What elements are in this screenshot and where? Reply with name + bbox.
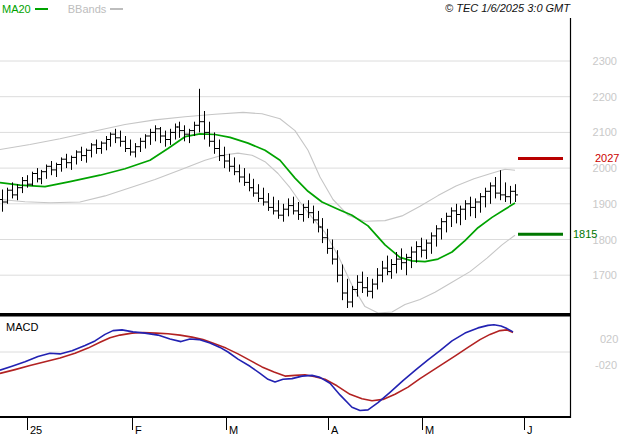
macd-axis-label: -020 — [595, 359, 617, 371]
indicator-legend: MA20 BBands — [2, 3, 137, 15]
macd-panel-title: MACD — [6, 321, 38, 333]
month-tick-label: M — [425, 424, 434, 436]
legend-ma20-label: MA20 — [2, 3, 31, 15]
legend-bbands-label: BBands — [68, 3, 107, 15]
month-tick-label: A — [331, 424, 338, 436]
price-axis-label: 2300 — [593, 55, 617, 67]
month-tick-label: M — [229, 424, 238, 436]
price-axis-label: 1900 — [593, 198, 617, 210]
bollinger-upper-band-line — [0, 112, 515, 221]
price-axis-label: 2100 — [593, 126, 617, 138]
month-tick-label: 25 — [30, 424, 42, 436]
copyright-notice: © TEC 1/6/2025 3:0 GMT — [445, 2, 570, 14]
chart-canvas[interactable] — [0, 0, 627, 440]
legend-item-bbands: BBands — [68, 3, 124, 15]
bollinger-lower-band-line — [0, 153, 515, 313]
bbands-line-swatch-icon — [110, 8, 123, 10]
ma20-line — [0, 134, 515, 262]
price-axis-label: 2200 — [593, 91, 617, 103]
legend-item-ma20: MA20 — [2, 3, 48, 15]
month-tick-label: J — [527, 424, 533, 436]
macd-signal-line — [0, 330, 513, 401]
ma20-line-swatch-icon — [35, 8, 48, 10]
panel-separator — [0, 313, 570, 317]
price-axis-label: 1700 — [593, 269, 617, 281]
stock-chart-applet: MA20 BBands © TEC 1/6/2025 3:0 GMT MACD … — [0, 0, 627, 440]
macd-axis-label: 020 — [600, 333, 618, 345]
month-tick-label: F — [135, 424, 142, 436]
time-axis-line — [0, 416, 571, 418]
support-price-label: 1815 — [573, 228, 597, 240]
resistance-price-label: 2027 — [595, 152, 619, 164]
